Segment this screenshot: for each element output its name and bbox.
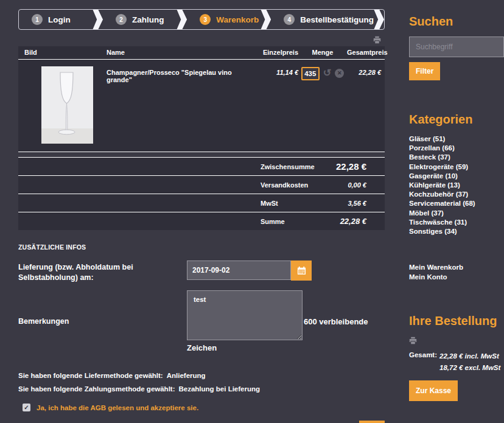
summary-value: 22,28 € — [317, 217, 366, 226]
step-label: Zahlung — [132, 15, 164, 24]
main-content: 1 Login 2 Zahlung 3 Warenkorb 4 Bestellb… — [18, 0, 385, 423]
summary-label: Versandkosten — [261, 181, 317, 189]
buy-button[interactable]: Kaufen — [359, 421, 385, 423]
order-heading: Ihre Bestellung — [409, 314, 504, 328]
buy-row: Kaufen — [18, 421, 385, 423]
search-heading: Suchen — [409, 15, 504, 29]
summary-row-mwst: MwSt 3,56 € — [18, 194, 385, 212]
column-header-bild: Bild — [18, 49, 107, 56]
column-header-menge: Menge — [298, 49, 347, 56]
payment-method-value: Bezahlung bei Lieferung — [179, 385, 261, 393]
step-number-badge: 4 — [284, 14, 295, 25]
refresh-quantity-icon[interactable]: ↺ — [323, 67, 331, 79]
delivery-method-value: Anlieferung — [167, 372, 206, 379]
search-input[interactable] — [409, 37, 504, 57]
category-item-glaeser[interactable]: Gläser (51) — [409, 135, 504, 144]
chevron-right-icon — [261, 9, 271, 30]
remarks-row: Bemerkungen test Zeichen 600 verbleibend… — [18, 290, 385, 352]
category-item-servicematerial[interactable]: Servicematerial (68) — [409, 199, 504, 208]
summary-label: MwSt — [261, 200, 317, 207]
chevron-right-icon — [177, 9, 187, 30]
remarks-label: Bemerkungen — [18, 316, 187, 327]
order-total-incl: 22,28 € incl. MwSt — [439, 351, 500, 362]
category-item-porzellan[interactable]: Porzellan (66) — [409, 144, 504, 153]
print-order-icon[interactable] — [409, 337, 417, 344]
product-total-price: 22,28 € — [347, 66, 385, 76]
order-total: Gesamt: 22,28 € incl. MwSt 18,72 € excl.… — [409, 351, 504, 374]
summary-row-zwischensumme: Zwischensumme 22,28 € — [18, 157, 385, 175]
link-mein-warenkorb[interactable]: Mein Warenkorb — [409, 262, 504, 272]
category-item-kochzubehoer[interactable]: Kochzubehör (37) — [409, 190, 504, 199]
cart-table-header: Bild Name Einzelpreis Menge Gesamtpreis — [18, 46, 385, 60]
delivery-method-prefix: Sie haben folgende Liefermethode gewählt… — [18, 372, 163, 379]
checkout-stepper: 1 Login 2 Zahlung 3 Warenkorb 4 Bestellb… — [18, 9, 385, 30]
sidebar-links: Mein Warenkorb Mein Konto — [409, 262, 504, 282]
quantity-input[interactable] — [301, 67, 320, 80]
category-item-moebel[interactable]: Möbel (37) — [409, 209, 504, 218]
payment-method-line: Sie haben folgende Zahlungsmethode gewäh… — [18, 385, 385, 393]
chosen-methods: Sie haben folgende Liefermethode gewählt… — [18, 372, 385, 393]
delivery-date-input[interactable] — [187, 260, 291, 280]
remarks-textarea[interactable]: test — [187, 290, 303, 340]
column-header-gesamtpreis: Gesamtpreis — [347, 49, 385, 56]
category-item-tischwaesche[interactable]: Tischwäsche (31) — [409, 218, 504, 227]
category-item-gasgeraete[interactable]: Gasgeräte (10) — [409, 172, 504, 181]
step-login[interactable]: 1 Login — [19, 14, 93, 25]
step-number-badge: 1 — [32, 14, 43, 25]
order-total-excl: 18,72 € excl. MwSt — [439, 362, 500, 374]
summary-value: 22,28 € — [317, 161, 366, 172]
chevron-right-icon — [93, 9, 103, 30]
delivery-date-label: Lieferung (bzw. Abholdatum bei Selbstabh… — [18, 260, 187, 283]
page: 1 Login 2 Zahlung 3 Warenkorb 4 Bestellb… — [0, 0, 504, 423]
product-unit-price: 11,14 € — [248, 66, 298, 76]
order-total-values: 22,28 € incl. MwSt 18,72 € excl. MwSt — [439, 351, 500, 374]
step-label: Login — [48, 15, 71, 24]
chars-remaining-line2: Zeichen — [187, 343, 303, 352]
column-header-name: Name — [107, 49, 248, 56]
table-print-row — [18, 30, 385, 46]
category-item-elektrogeraete[interactable]: Elektrogeräte (59) — [409, 163, 504, 172]
step-zahlung[interactable]: 2 Zahlung — [103, 14, 177, 25]
summary-label: Summe — [261, 218, 317, 225]
cart-table: Bild Name Einzelpreis Menge Gesamtpreis … — [18, 46, 385, 152]
link-mein-konto[interactable]: Mein Konto — [409, 272, 504, 282]
cart-item-row: Champagner/Prosseco "Spiegelau vino gran… — [18, 60, 385, 152]
step-bestellbestaetigung[interactable]: 4 Bestellbestätigung — [271, 14, 374, 25]
filter-button[interactable]: Filter — [409, 62, 440, 80]
print-cart-icon[interactable] — [373, 36, 381, 44]
product-image-cell — [18, 66, 107, 144]
order-print-row — [409, 337, 504, 346]
agb-label: Ja, ich habe die AGB gelesen und akzepti… — [37, 404, 198, 411]
chevron-right-icon — [374, 9, 384, 30]
summary-row-summe: Summe 22,28 € — [18, 212, 385, 230]
calendar-button[interactable] — [291, 260, 312, 281]
agb-consent-row[interactable]: ✓ Ja, ich habe die AGB gelesen und akzep… — [18, 404, 385, 411]
calendar-icon — [297, 266, 306, 275]
delivery-date-row: Lieferung (bzw. Abholdatum bei Selbstabh… — [18, 260, 385, 283]
summary-value: 3,56 € — [317, 200, 366, 207]
additional-info-heading: ZUSÄTZLICHE INFOS — [18, 243, 385, 251]
category-item-kuehlgeraete[interactable]: Kühlgeräte (13) — [409, 181, 504, 190]
summary-row-versandkosten: Versandkosten 0,00 € — [18, 175, 385, 194]
product-image-champagne-glass — [41, 66, 93, 144]
product-name: Champagner/Prosseco "Spiegelau vino gran… — [107, 66, 248, 83]
summary-label: Zwischensumme — [261, 163, 317, 170]
category-item-besteck[interactable]: Besteck (37) — [409, 153, 504, 162]
delivery-method-line: Sie haben folgende Liefermethode gewählt… — [18, 372, 385, 379]
category-item-sonstiges[interactable]: Sonstiges (34) — [409, 227, 504, 236]
step-number-badge: 3 — [200, 14, 211, 25]
remove-item-icon[interactable]: ✕ — [335, 69, 344, 78]
step-label: Bestellbestätigung — [300, 15, 374, 24]
agb-checkbox[interactable]: ✓ — [23, 404, 30, 411]
sidebar: Suchen Filter Kategorien Gläser (51) Por… — [409, 0, 504, 423]
checkout-button[interactable]: Zur Kasse — [409, 380, 458, 401]
payment-method-prefix: Sie haben folgende Zahlungsmethode gewäh… — [18, 385, 175, 393]
categories-heading: Kategorien — [409, 113, 504, 127]
summary-value: 0,00 € — [317, 181, 366, 189]
cart-summary: Zwischensumme 22,28 € Versandkosten 0,00… — [18, 157, 385, 230]
chars-remaining-line1: 600 verbleibende — [304, 317, 368, 326]
order-total-label: Gesamt: — [409, 351, 439, 374]
step-warenkorb[interactable]: 3 Warenkorb — [187, 14, 261, 25]
step-number-badge: 2 — [116, 14, 127, 25]
column-header-einzelpreis: Einzelpreis — [248, 49, 298, 56]
